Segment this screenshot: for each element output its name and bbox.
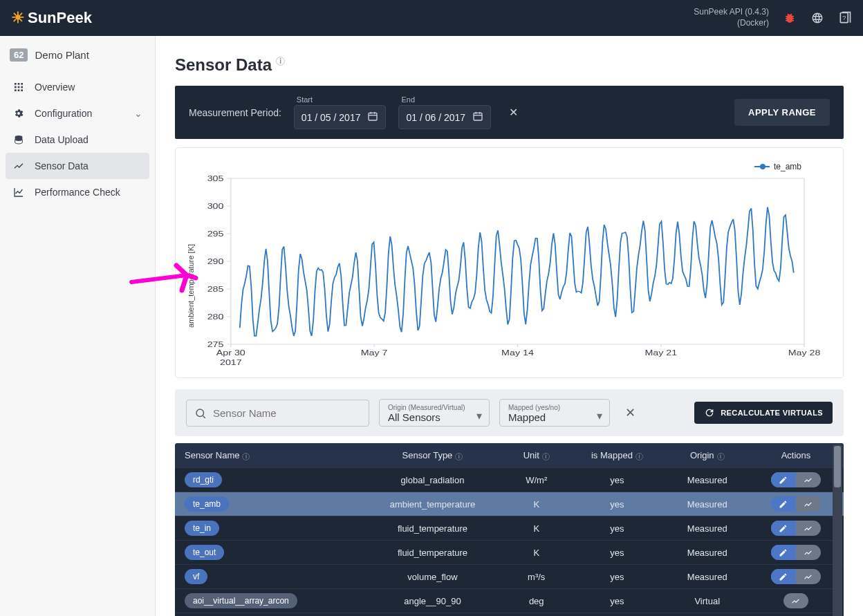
svg-rect-4 [21, 83, 23, 85]
svg-rect-5 [15, 86, 17, 88]
period-bar: Measurement Period: Start 01 / 05 / 2017… [175, 86, 844, 139]
svg-rect-3 [18, 83, 20, 85]
chart-card: te_amb ambient_temperature [K] 275280285… [175, 147, 844, 378]
search-input[interactable] [186, 400, 369, 427]
nav-overview[interactable]: Overview [6, 74, 149, 100]
svg-point-46 [196, 409, 204, 417]
sensor-chip: te_in [185, 521, 219, 536]
table-row[interactable]: te_out fluid_temperatureK yesMeasured [175, 541, 844, 565]
svg-rect-6 [18, 86, 20, 88]
svg-text:2017: 2017 [220, 358, 242, 367]
table-row[interactable]: iam__virtual__array_arcon floatNone yesV… [175, 613, 844, 617]
page-title: Sensor Data i [175, 55, 844, 75]
plot-button[interactable] [796, 472, 821, 487]
svg-text:May 28: May 28 [788, 348, 821, 357]
clear-filters-button[interactable]: ✕ [620, 402, 641, 423]
svg-rect-10 [21, 89, 23, 91]
sidebar: 62 Demo Plant Overview Configuration ⌄ D… [0, 36, 156, 616]
mapped-filter[interactable]: Mapped (yes/no) Mapped ▾ [499, 399, 610, 427]
sensor-chip: vf [185, 569, 207, 584]
table-row[interactable]: rd_gti global_radiationW/m² yesMeasured [175, 468, 844, 492]
end-date-input[interactable]: 01 / 06 / 2017 [398, 105, 491, 129]
svg-rect-16 [474, 113, 482, 120]
analytics-icon [12, 186, 25, 198]
plot-button[interactable] [796, 545, 821, 560]
table-row[interactable]: te_amb ambient_temperatureK yesMeasured [175, 492, 844, 516]
chart-plot[interactable]: 275280285290295300305 Apr 302017May 7May… [195, 171, 822, 372]
plot-button[interactable] [796, 521, 821, 536]
table-row[interactable]: aoi__virtual__array_arcon angle__90_90de… [175, 589, 844, 613]
svg-text:280: 280 [207, 312, 224, 321]
svg-rect-2 [15, 83, 17, 85]
sensor-chip: te_out [185, 545, 224, 560]
plot-button[interactable] [783, 593, 808, 608]
plant-id-badge: 62 [10, 48, 28, 62]
info-icon[interactable]: i [276, 57, 285, 66]
stack-icon [12, 133, 25, 146]
y-axis-label: ambient_temperature [K] [184, 171, 195, 372]
chevron-down-icon: ▾ [597, 409, 602, 422]
nav-sensor-data[interactable]: Sensor Data [6, 153, 149, 179]
svg-rect-7 [21, 86, 23, 88]
globe-icon[interactable] [810, 11, 824, 25]
plant-header[interactable]: 62 Demo Plant [6, 43, 149, 74]
svg-text:Apr 30: Apr 30 [216, 348, 245, 357]
chart-legend: te_amb [184, 162, 822, 171]
clear-period-button[interactable]: ✕ [503, 100, 523, 124]
main-content: Sensor Data i Measurement Period: Start … [156, 36, 863, 616]
grid-icon [12, 81, 25, 93]
edit-button[interactable] [771, 496, 796, 512]
legend-swatch [754, 166, 770, 167]
chart-line-icon [12, 160, 25, 172]
svg-text:300: 300 [207, 202, 224, 211]
svg-text:285: 285 [207, 285, 224, 294]
calendar-icon [367, 111, 378, 124]
nav-data-upload[interactable]: Data Upload [6, 127, 149, 153]
edit-button[interactable] [771, 545, 796, 560]
sensor-chip: aoi__virtual__array_arcon [185, 593, 297, 608]
refresh-icon [704, 407, 715, 418]
bug-icon[interactable] [783, 11, 797, 25]
plot-button[interactable] [796, 569, 821, 584]
app-logo: ☀SunPeek [11, 9, 92, 27]
start-date-input[interactable]: 01 / 05 / 2017 [294, 105, 387, 129]
svg-text:May 21: May 21 [644, 348, 677, 357]
svg-rect-9 [18, 89, 20, 91]
origin-filter[interactable]: Origin (Measured/Virtual) All Sensors ▾ [379, 399, 490, 427]
chevron-down-icon: ▾ [476, 409, 482, 422]
edit-button[interactable] [771, 521, 796, 536]
table-row[interactable]: te_in fluid_temperatureK yesMeasured [175, 516, 844, 541]
chevron-down-icon: ⌄ [134, 108, 142, 119]
table-scrollbar[interactable] [833, 445, 842, 616]
filter-bar: Origin (Measured/Virtual) All Sensors ▾ … [175, 389, 844, 436]
calendar-icon [472, 111, 483, 124]
sun-icon: ☀ [11, 9, 25, 27]
edit-button[interactable] [771, 472, 796, 487]
recalculate-button[interactable]: RECALCULATE VIRTUALS [694, 402, 833, 424]
plot-button[interactable] [796, 496, 821, 512]
svg-rect-12 [369, 113, 377, 120]
api-info: SunPeek API (0.4.3)(Docker) [694, 7, 769, 28]
sensor-table: Sensor Namei Sensor Typei Uniti is Mappe… [175, 443, 844, 616]
apply-range-button[interactable]: APPLY RANGE [734, 99, 830, 126]
svg-text:305: 305 [207, 174, 224, 183]
svg-text:May 7: May 7 [361, 348, 388, 357]
gear-icon [12, 107, 25, 120]
nav-configuration[interactable]: Configuration ⌄ [6, 100, 149, 127]
nav-performance-check[interactable]: Performance Check [6, 179, 149, 205]
svg-line-47 [203, 416, 205, 418]
top-bar: ☀SunPeek SunPeek API (0.4.3)(Docker) ? [0, 0, 863, 36]
sensor-chip: rd_gti [185, 472, 222, 487]
table-row[interactable]: vf volume_flowm³/s yesMeasured [175, 565, 844, 589]
svg-text:290: 290 [207, 257, 224, 266]
svg-text:?: ? [842, 15, 846, 21]
search-icon [194, 407, 207, 422]
sensor-chip: te_amb [185, 496, 229, 512]
help-icon[interactable]: ? [838, 11, 852, 25]
edit-button[interactable] [771, 569, 796, 584]
svg-rect-8 [15, 89, 17, 91]
svg-text:295: 295 [207, 230, 224, 239]
svg-text:May 14: May 14 [501, 348, 534, 357]
